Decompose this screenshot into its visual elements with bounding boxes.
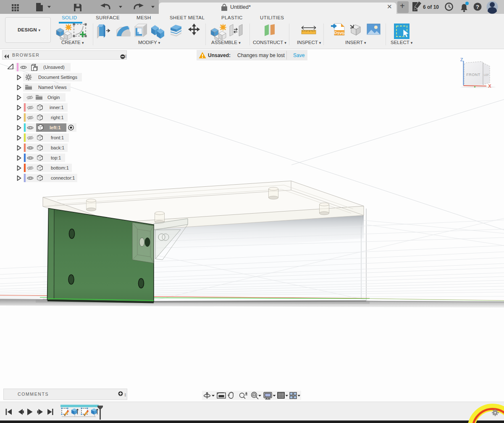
svg-text:FRONT: FRONT <box>466 73 480 77</box>
svg-text:SVG: SVG <box>337 31 345 35</box>
svg-text:X: X <box>488 84 491 89</box>
svg-text:LEF: LEF <box>484 73 489 76</box>
svg-text:?: ? <box>476 4 479 10</box>
svg-text:Z: Z <box>460 57 463 62</box>
